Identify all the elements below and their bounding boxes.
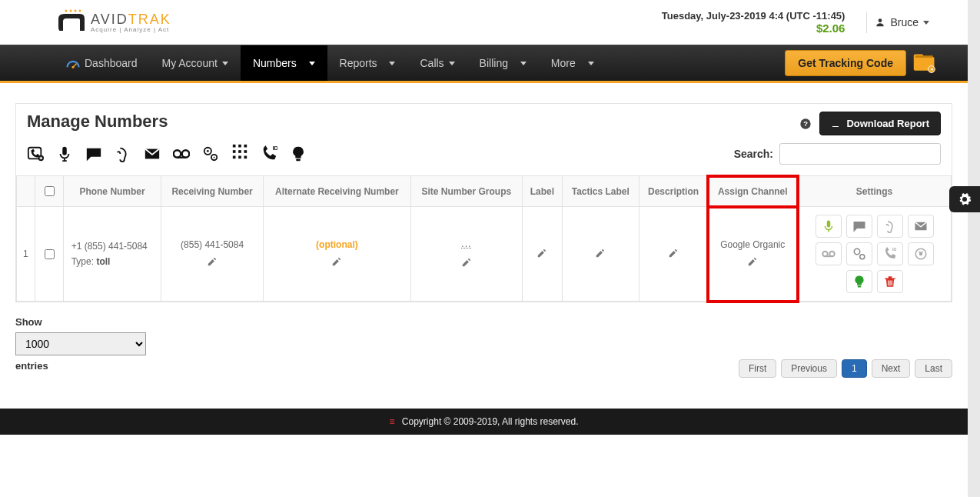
nav-numbers[interactable]: Numbers <box>241 45 327 81</box>
logo-text-avid: AVID <box>91 12 128 27</box>
folder-icon[interactable] <box>912 52 937 74</box>
svg-point-4 <box>879 18 882 22</box>
nav-reports-label: Reports <box>340 57 377 69</box>
col-site-groups[interactable]: Site Number Groups <box>411 176 523 207</box>
setting-ear-icon[interactable] <box>877 215 903 238</box>
page-next[interactable]: Next <box>872 359 911 378</box>
nav-billing[interactable]: Billing <box>467 45 539 81</box>
apps-grid-icon[interactable] <box>231 143 248 165</box>
page-first[interactable]: First <box>739 359 776 378</box>
entries-select[interactable]: 1000 <box>15 332 146 355</box>
col-assign-channel[interactable]: Assign Channel <box>708 176 798 207</box>
alt-receiving-value: (optional) <box>270 239 404 250</box>
username: Bruce <box>890 16 919 28</box>
setting-gears-icon[interactable] <box>846 242 872 265</box>
download-icon <box>831 119 840 128</box>
search-label: Search: <box>734 148 773 160</box>
nav-calls-label: Calls <box>420 57 443 69</box>
svg-point-23 <box>214 157 215 158</box>
chevron-down-icon <box>588 62 594 65</box>
logo-subtitle: Acquire | Analyze | Act <box>91 26 171 33</box>
svg-point-0 <box>65 10 68 12</box>
col-alt-receiving[interactable]: Alternate Receiving Number <box>263 176 410 207</box>
side-settings-button[interactable] <box>949 186 980 212</box>
nav-calls[interactable]: Calls <box>407 45 467 81</box>
download-report-button[interactable]: Download Report <box>819 112 941 135</box>
edit-icon[interactable] <box>595 248 606 259</box>
svg-rect-25 <box>238 145 241 148</box>
nav-my-account-label: My Account <box>162 57 218 69</box>
page-last[interactable]: Last <box>915 359 952 378</box>
caller-id-icon[interactable]: ID <box>261 145 277 162</box>
download-report-label: Download Report <box>846 118 929 129</box>
svg-text:ID: ID <box>892 247 896 252</box>
nav-dashboard[interactable]: Dashboard <box>54 45 150 81</box>
phone-type-label: Type: <box>71 256 94 267</box>
phone-number-value: +1 (855) 441-5084 <box>71 241 155 252</box>
nav-dashboard-label: Dashboard <box>85 57 138 69</box>
edit-icon[interactable] <box>537 248 547 259</box>
voicemail-icon[interactable] <box>173 145 190 162</box>
chat-icon[interactable] <box>85 145 102 162</box>
col-description[interactable]: Description <box>639 176 708 207</box>
setting-mic-icon[interactable] <box>816 215 842 238</box>
footer: ≡ Copyright © 2009-2019, All rights rese… <box>0 409 968 435</box>
logo-icon <box>54 8 91 37</box>
phone-type-value: toll <box>96 256 110 267</box>
setting-voicemail-icon[interactable] <box>816 242 842 265</box>
microphone-icon[interactable] <box>56 145 73 162</box>
svg-rect-24 <box>233 145 236 148</box>
row-select-checkbox[interactable] <box>45 249 55 259</box>
show-label: Show <box>15 316 952 328</box>
row-index: 1 <box>17 207 35 302</box>
help-icon[interactable]: ? <box>799 118 812 130</box>
edit-icon[interactable] <box>331 256 342 267</box>
col-label[interactable]: Label <box>522 176 562 207</box>
setting-delete-icon[interactable] <box>877 270 903 293</box>
setting-callerid-icon[interactable]: ID <box>877 242 903 265</box>
ear-icon[interactable] <box>115 145 131 162</box>
call-add-icon[interactable] <box>27 145 44 162</box>
edit-icon[interactable] <box>668 248 679 259</box>
nav-more[interactable]: More <box>539 45 606 81</box>
setting-mail-icon[interactable] <box>908 215 934 238</box>
logo[interactable]: AVIDTRAK Acquire | Analyze | Act <box>54 8 171 37</box>
edit-icon[interactable] <box>207 256 218 267</box>
select-all-checkbox[interactable] <box>45 186 55 196</box>
svg-rect-32 <box>244 156 247 159</box>
edit-icon[interactable] <box>461 257 472 268</box>
svg-rect-30 <box>233 156 236 159</box>
col-settings[interactable]: Settings <box>798 176 952 207</box>
setting-chat-icon[interactable] <box>846 215 872 238</box>
svg-rect-9 <box>915 55 933 58</box>
setting-route-icon[interactable] <box>908 242 934 265</box>
search-input[interactable] <box>779 143 941 165</box>
user-menu[interactable]: Bruce <box>866 12 937 33</box>
svg-rect-15 <box>62 147 67 155</box>
setting-bulb-icon[interactable] <box>846 270 872 293</box>
nav-my-account[interactable]: My Account <box>150 45 241 81</box>
receiving-number-value: (855) 441-5084 <box>168 239 256 250</box>
main-navbar: Dashboard My Account Numbers Reports Cal… <box>0 45 968 83</box>
page-previous[interactable]: Previous <box>781 359 837 378</box>
col-phone-number[interactable]: Phone Number <box>63 176 161 207</box>
svg-point-3 <box>79 10 81 12</box>
svg-rect-29 <box>244 150 247 153</box>
numbers-table: Phone Number Receiving Number Alternate … <box>16 175 952 302</box>
col-tactics-label[interactable]: Tactics Label <box>562 176 639 207</box>
svg-rect-31 <box>238 156 241 159</box>
site-groups-value[interactable]: ... <box>417 238 516 249</box>
get-tracking-code-button[interactable]: Get Tracking Code <box>785 50 906 76</box>
bulb-icon[interactable] <box>290 145 307 162</box>
svg-text:?: ? <box>804 120 809 128</box>
grip-icon: ≡ <box>390 416 395 427</box>
settings-gears-icon[interactable] <box>202 145 219 162</box>
page-1[interactable]: 1 <box>842 359 867 378</box>
mail-icon[interactable] <box>144 145 161 162</box>
col-receiving-number[interactable]: Receiving Number <box>161 176 263 207</box>
chevron-down-icon <box>389 62 395 65</box>
table-row: 1 +1 (855) 441-5084 Type: toll (855) 441… <box>17 207 952 302</box>
svg-rect-26 <box>244 145 247 148</box>
nav-reports[interactable]: Reports <box>327 45 408 81</box>
edit-icon[interactable] <box>747 256 758 267</box>
